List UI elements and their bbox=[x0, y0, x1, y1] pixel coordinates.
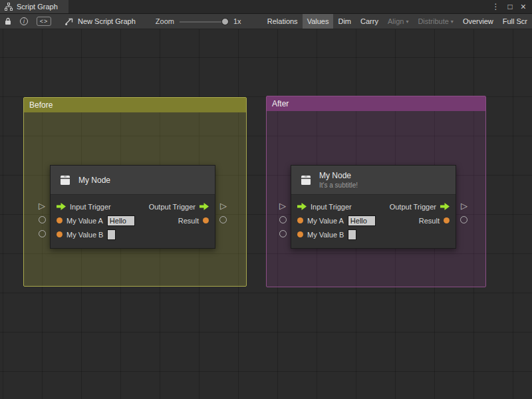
port-row: My Value A Result bbox=[51, 213, 215, 227]
maximize-icon[interactable]: □ bbox=[508, 3, 513, 11]
node-icon bbox=[59, 174, 72, 187]
port-row: My Value A Result bbox=[291, 213, 456, 227]
toolbar-button-group: Relations Values Dim Carry Align ▾ Distr… bbox=[263, 14, 532, 29]
value-b-field[interactable] bbox=[107, 229, 116, 240]
graph-canvas[interactable]: Before After ▷ ▷ bbox=[0, 29, 532, 399]
port-my-value-a[interactable]: My Value A bbox=[297, 215, 376, 226]
value-port-icon bbox=[297, 231, 303, 237]
node-header[interactable]: My Node bbox=[51, 166, 215, 195]
port-input-trigger[interactable]: Input Trigger bbox=[57, 203, 111, 211]
button-label: Distribute bbox=[418, 17, 448, 25]
chevron-down-icon: ▾ bbox=[451, 19, 454, 25]
value-a-field[interactable] bbox=[107, 215, 135, 226]
toolbar-button-distribute[interactable]: Distribute ▾ bbox=[413, 14, 458, 29]
port-row: My Value B bbox=[51, 227, 215, 241]
group-title: After bbox=[272, 99, 289, 108]
node-title: My Node bbox=[319, 171, 358, 180]
node-header[interactable]: My Node It's a subtitle! bbox=[291, 166, 456, 195]
toolbar-button-overview[interactable]: Overview bbox=[458, 14, 498, 29]
title-bar: Script Graph ⋮ □ × bbox=[0, 0, 532, 14]
button-label: Align bbox=[388, 17, 404, 25]
ext-value-port[interactable] bbox=[39, 230, 46, 237]
value-port-icon bbox=[57, 231, 63, 237]
port-label: Output Trigger bbox=[390, 203, 436, 211]
button-label: Carry bbox=[360, 17, 378, 25]
ext-value-port[interactable] bbox=[279, 230, 287, 237]
ext-value-port[interactable] bbox=[219, 216, 227, 223]
port-output-trigger[interactable]: Output Trigger bbox=[149, 203, 209, 211]
node-subtitle: It's a subtitle! bbox=[319, 182, 358, 189]
node-box[interactable]: My Node It's a subtitle! Input Trigger bbox=[291, 165, 456, 249]
ext-flow-port-icon[interactable]: ▷ bbox=[461, 201, 467, 210]
toolbar-button-dim[interactable]: Dim bbox=[333, 14, 356, 29]
menu-icon[interactable]: ⋮ bbox=[492, 3, 500, 11]
port-label: My Value A bbox=[307, 217, 344, 225]
button-label: Dim bbox=[338, 17, 351, 25]
script-graph-window: Script Graph ⋮ □ × i <> New Sc bbox=[0, 0, 532, 399]
group-title: Before bbox=[29, 100, 53, 110]
graph-toolbar: i <> New Script Graph Zoom 1x Relations … bbox=[0, 14, 532, 29]
window-controls: ⋮ □ × bbox=[492, 0, 532, 13]
lock-icon bbox=[5, 17, 11, 25]
port-result[interactable]: Result bbox=[178, 217, 209, 225]
toolbar-button-align[interactable]: Align ▾ bbox=[383, 14, 413, 29]
graph-asset-icon bbox=[65, 17, 74, 25]
toolbar-button-carry[interactable]: Carry bbox=[356, 14, 383, 29]
port-label: Input Trigger bbox=[70, 203, 111, 211]
port-my-value-a[interactable]: My Value A bbox=[57, 215, 135, 226]
close-icon[interactable]: × bbox=[521, 2, 526, 11]
flow-port-icon bbox=[440, 203, 450, 210]
port-label: My Value B bbox=[66, 231, 103, 239]
port-label: My Value A bbox=[66, 217, 103, 225]
port-label: Output Trigger bbox=[149, 203, 196, 211]
port-result[interactable]: Result bbox=[419, 217, 450, 225]
chevron-down-icon: ▾ bbox=[406, 19, 408, 25]
zoom-slider[interactable] bbox=[180, 14, 229, 29]
node-icon bbox=[299, 174, 313, 187]
value-port-icon bbox=[444, 217, 450, 223]
node-body: Input Trigger Output Trigger My Valu bbox=[51, 195, 215, 248]
port-row: Input Trigger Output Trigger bbox=[291, 200, 456, 213]
port-my-value-b[interactable]: My Value B bbox=[57, 229, 116, 240]
port-my-value-b[interactable]: My Value B bbox=[297, 229, 356, 240]
button-label: Overview bbox=[463, 17, 493, 25]
value-port-icon bbox=[57, 217, 63, 223]
group-before-header[interactable]: Before bbox=[24, 98, 246, 112]
value-port-icon bbox=[203, 217, 209, 223]
ext-value-port[interactable] bbox=[279, 216, 287, 223]
graph-name-label: New Script Graph bbox=[78, 17, 136, 25]
edit-graph-button[interactable]: <> bbox=[32, 14, 56, 29]
tab-script-graph[interactable]: Script Graph bbox=[0, 0, 68, 13]
value-a-field[interactable] bbox=[348, 215, 376, 226]
ext-value-port[interactable] bbox=[39, 216, 46, 223]
port-output-trigger[interactable]: Output Trigger bbox=[390, 203, 450, 211]
button-label: Full Scr bbox=[503, 17, 527, 25]
button-label: Relations bbox=[267, 17, 298, 25]
group-after-header[interactable]: After bbox=[267, 96, 485, 111]
port-label: Result bbox=[178, 217, 199, 225]
ext-value-port[interactable] bbox=[460, 216, 467, 223]
ext-flow-port-icon[interactable]: ▷ bbox=[279, 201, 286, 210]
tab-title: Script Graph bbox=[17, 3, 58, 11]
toolbar-button-fullscreen[interactable]: Full Scr bbox=[498, 14, 532, 29]
port-input-trigger[interactable]: Input Trigger bbox=[297, 203, 352, 211]
port-label: Input Trigger bbox=[311, 203, 352, 211]
info-button[interactable]: i bbox=[16, 14, 32, 29]
lock-button[interactable] bbox=[0, 14, 16, 29]
ext-flow-port-icon[interactable]: ▷ bbox=[39, 201, 45, 210]
ext-flow-port-icon[interactable]: ▷ bbox=[220, 201, 227, 210]
toolbar-button-relations[interactable]: Relations bbox=[263, 14, 303, 29]
info-icon: i bbox=[20, 17, 28, 25]
toolbar-button-values[interactable]: Values bbox=[303, 14, 334, 29]
node-my-node-after[interactable]: ▷ ▷ My Node It's a subtitle! bbox=[291, 165, 456, 249]
graph-breadcrumb[interactable]: New Script Graph bbox=[65, 17, 136, 25]
node-box[interactable]: My Node Input Trigger Output Trigger bbox=[50, 165, 215, 249]
flow-port-icon bbox=[57, 203, 66, 210]
script-graph-tab-icon bbox=[5, 3, 13, 11]
button-label: Values bbox=[307, 17, 329, 25]
value-b-field[interactable] bbox=[348, 229, 356, 240]
node-my-node-before[interactable]: ▷ ▷ My Node bbox=[50, 165, 215, 249]
zoom-slider-knob[interactable] bbox=[221, 18, 229, 25]
zoom-value: 1x bbox=[233, 17, 241, 25]
code-icon: <> bbox=[37, 17, 51, 26]
